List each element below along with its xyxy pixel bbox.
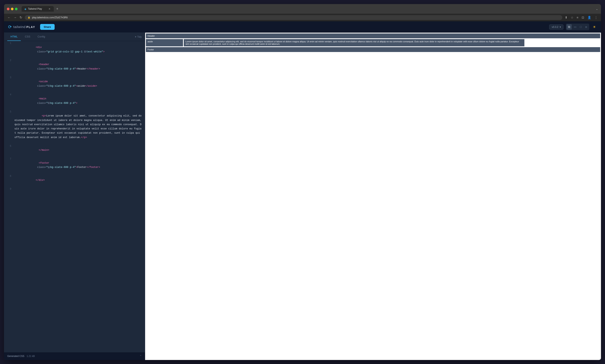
app-content: ⟳ tailwindPLAY Share v3.3.2 ▾ ⧉ ▭ □ ⧈ ☀ [4, 21, 601, 360]
header-right: v3.3.2 ▾ ⧉ ▭ □ ⧈ ☀ [549, 24, 597, 30]
preview-content[interactable]: Header aside Lorem ipsum dolor sit amet,… [145, 33, 601, 360]
view-split-left-button[interactable]: ⧉ [566, 24, 572, 30]
reading-list-button[interactable]: ≡ [576, 15, 579, 20]
logo-area: ⟳ tailwindPLAY Share [8, 24, 55, 30]
browser-window: ◈ Tailwind Play ✕ + ⌄ ← → ↻ 🔒 play.tailw… [4, 4, 601, 360]
back-button[interactable]: ← [6, 15, 12, 20]
code-content-3: <aside class="bg-slate-600 p-4">aside</a… [14, 75, 142, 92]
lock-icon: 🔒 [28, 16, 30, 19]
line-number-8: 8 [6, 174, 11, 178]
preview-aside: aside [146, 39, 183, 46]
share-button[interactable]: Share [40, 24, 55, 30]
collapse-icon[interactable]: ⌃ [140, 355, 142, 358]
browser-titlebar: ◈ Tailwind Play ✕ + ⌄ [4, 4, 601, 14]
app-header: ⟳ tailwindPLAY Share v3.3.2 ▾ ⧉ ▭ □ ⧈ ☀ [4, 21, 601, 33]
tailwind-logo-icon: ⟳ [8, 24, 12, 30]
browser-toolbar: ← → ↻ 🔒 play.tailwindcss.com/Z5zE7H3Rlt … [4, 14, 601, 21]
editor-body[interactable]: 1 <div class="grid grid-cols-12 gap-1 te… [4, 41, 145, 352]
preview-panel: Header aside Lorem ipsum dolor sit amet,… [145, 33, 601, 360]
generated-css-section: Generated CSS 1.21 kB [7, 355, 35, 358]
generated-css-bar[interactable]: Generated CSS 1.21 kB ⌃ [4, 352, 145, 360]
view-preview-button[interactable]: □ [579, 24, 583, 30]
line-number-4: 4 [6, 92, 11, 97]
line-number-5: 5 [6, 110, 11, 114]
nav-buttons: ← → ↻ [6, 15, 23, 20]
line-number-9: 9 [6, 187, 11, 191]
line-number-3: 3 [6, 75, 11, 80]
preview-grid: Header aside Lorem ipsum dolor sit amet,… [145, 33, 601, 53]
traffic-lights [7, 8, 17, 10]
preview-main-text: Lorem ipsum dolor sit amet, consectetur … [185, 40, 519, 45]
line-number-7: 7 [6, 157, 11, 161]
code-line-2: 2 <header class="bg-slate-600 p-4">Heade… [4, 58, 145, 75]
main-layout: HTML CSS Config ✦ Tidy 1 <div class="gri… [4, 33, 601, 360]
tab-title: Tailwind Play [28, 7, 42, 10]
color-swatch-5 [48, 166, 50, 168]
line-number-6: 6 [6, 144, 11, 148]
view-split-right-button[interactable]: ⧈ [584, 24, 589, 30]
code-content-6: </main> [14, 144, 142, 157]
version-selector[interactable]: v3.3.2 ▾ [549, 24, 564, 30]
line-number-2: 2 [6, 58, 11, 63]
new-tab-button[interactable]: + [55, 6, 60, 12]
tab-favicon: ◈ [24, 7, 26, 11]
code-line-9: 9 [4, 187, 145, 191]
code-line-1: 1 <div class="grid grid-cols-12 gap-1 te… [4, 41, 145, 58]
tab-config[interactable]: Config [34, 33, 48, 41]
tab-html[interactable]: HTML [7, 33, 21, 41]
url-text: play.tailwindcss.com/Z5zE7H3Rlt [32, 16, 68, 19]
tab-close-button[interactable]: ✕ [48, 7, 51, 11]
view-horizontal-button[interactable]: ▭ [572, 24, 578, 30]
color-swatch-4 [48, 102, 50, 104]
code-content-5: <p>Lorem ipsum dolor sit amet, consectet… [14, 110, 142, 144]
tidy-button[interactable]: ✦ Tidy [135, 36, 142, 38]
menu-button[interactable]: ⋮ [593, 15, 599, 20]
bookmark-button[interactable]: ☆ [570, 15, 574, 20]
version-text: v3.3.2 [552, 26, 558, 28]
code-line-5: 5 <p>Lorem ipsum dolor sit amet, consect… [4, 110, 145, 144]
editor-tabs: HTML CSS Config ✦ Tidy [4, 33, 145, 41]
code-line-7: 7 <footer class="bg-slate-600 p-4">Foote… [4, 157, 145, 174]
code-content-2: <header class="bg-slate-600 p-4">Header<… [14, 58, 142, 75]
toolbar-actions: ⬆ ☆ ≡ ⊡ 👤 ⋮ [564, 15, 599, 20]
code-line-4: 4 <main class="bg-slate-600 p-4"> [4, 92, 145, 110]
profile-button[interactable]: 👤 [586, 15, 592, 20]
browser-tab-active[interactable]: ◈ Tailwind Play ✕ [22, 6, 54, 12]
code-content-7: <footer class="bg-slate-600 p-4">Footer<… [14, 157, 142, 174]
code-content-9 [14, 187, 142, 191]
preview-header: Header [146, 33, 600, 38]
refresh-button[interactable]: ↻ [19, 15, 23, 20]
generated-css-size: 1.21 kB [26, 355, 35, 358]
code-content-8: </div> [14, 174, 142, 187]
color-swatch-1 [84, 51, 86, 52]
preview-main: Lorem ipsum dolor sit amet, consectetur … [184, 39, 524, 46]
expand-button[interactable]: ⌄ [596, 7, 598, 11]
code-content-4: <main class="bg-slate-600 p-4"> [14, 92, 142, 110]
address-bar[interactable]: 🔒 play.tailwindcss.com/Z5zE7H3Rlt [25, 15, 562, 20]
logo-text: tailwindPLAY [13, 25, 35, 29]
view-buttons: ⧉ ▭ □ ⧈ [566, 24, 589, 30]
line-number-1: 1 [6, 41, 11, 45]
color-swatch-2 [48, 68, 50, 70]
minimize-button[interactable] [11, 8, 13, 10]
code-line-6: 6 </main> [4, 144, 145, 157]
browser-tabs: ◈ Tailwind Play ✕ + [22, 6, 594, 12]
code-content-1: <div class="grid grid-cols-12 gap-1 text… [14, 41, 142, 58]
theme-toggle-button[interactable]: ☀ [592, 24, 597, 30]
sidebar-toggle-button[interactable]: ⊡ [581, 15, 585, 20]
forward-button[interactable]: → [13, 15, 18, 20]
tab-css[interactable]: CSS [22, 33, 33, 41]
chevron-down-icon: ▾ [560, 26, 561, 28]
code-line-8: 8 </div> [4, 174, 145, 187]
close-button[interactable] [7, 8, 10, 10]
preview-footer: Footer [146, 47, 600, 52]
code-line-3: 3 <aside class="bg-slate-600 p-4">aside<… [4, 75, 145, 92]
color-swatch-3 [48, 85, 50, 87]
maximize-button[interactable] [15, 8, 17, 10]
generated-css-label: Generated CSS [7, 355, 24, 358]
editor-panel: HTML CSS Config ✦ Tidy 1 <div class="gri… [4, 33, 145, 360]
share-page-button[interactable]: ⬆ [564, 15, 568, 20]
